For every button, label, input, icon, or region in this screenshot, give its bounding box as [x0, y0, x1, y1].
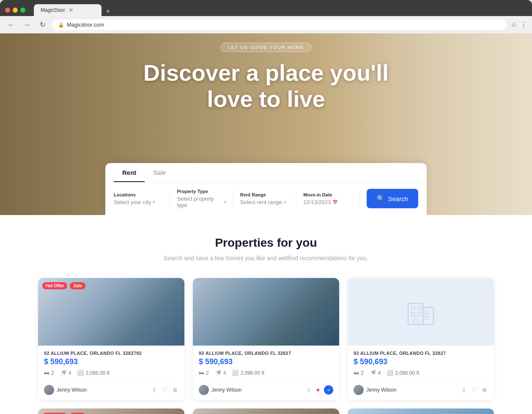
- property-type-label: Property Type: [177, 189, 226, 194]
- rent-range-value[interactable]: Select rent range ▾: [240, 199, 289, 205]
- property-image: Hot Offer Sale: [38, 278, 184, 346]
- property-address: 92 ALLIUM PLACE, ORLANDO FL 3282792: [44, 351, 178, 356]
- property-image-row2-3: [348, 409, 494, 414]
- movein-date-value[interactable]: 12/13/2023 📅: [303, 199, 352, 205]
- area-icon: ⬜: [232, 370, 239, 376]
- tab-rent[interactable]: Rent: [114, 163, 145, 182]
- sale-badge: Sale: [70, 282, 85, 289]
- tab-sale[interactable]: Sale: [145, 163, 174, 182]
- location-placeholder-text: Select your city: [114, 199, 151, 205]
- property-grid: Hot Offer Sale 92 ALLIUM PLACE, ORLANDO …: [38, 278, 494, 400]
- building-icon: [404, 295, 438, 329]
- location-label: Locations: [114, 192, 163, 197]
- share-button[interactable]: ⇧: [305, 386, 312, 394]
- card-actions: ⇧ ♥ ✓: [305, 385, 333, 395]
- section-title: Properties for you: [38, 236, 494, 250]
- agent-name: Jenny Wilson: [211, 387, 241, 393]
- forward-button[interactable]: →: [21, 20, 33, 30]
- property-image-row2-1: Hot Offer Sale: [38, 409, 184, 414]
- search-panel: Rent Sale Locations Select your city ▾ P…: [105, 163, 427, 215]
- section-subtitle: Search and save a few homes you like and…: [38, 254, 494, 263]
- svg-rect-1: [423, 308, 433, 324]
- rent-range-placeholder-text: Select rent range: [240, 199, 282, 205]
- toolbar-right: ☆ ⋮: [511, 21, 527, 29]
- property-info: 92 ALLIUM PLACE, ORLANDO FL 32827 $ 590,…: [348, 346, 494, 400]
- property-card: Hot Offer Sale 92 ALLIUM PLACE, ORLANDO …: [38, 278, 184, 400]
- minimize-window-button[interactable]: [13, 8, 18, 13]
- property-badges: Hot Offer Sale: [42, 282, 85, 289]
- area-icon: ⬜: [77, 370, 84, 376]
- agent-info: Jenny Wilson: [44, 385, 87, 395]
- property-image-placeholder: [348, 278, 494, 346]
- check-button[interactable]: ✓: [324, 385, 333, 395]
- hero-title: Discover a place you'll love to live: [143, 60, 389, 112]
- hero-title-line1: Discover a place you'll: [143, 60, 389, 85]
- location-field[interactable]: Locations Select your city ▾: [114, 192, 170, 205]
- browser-titlebar: MagicDoor ✕ +: [0, 0, 532, 16]
- maximize-window-button[interactable]: [20, 8, 25, 13]
- menu-icon[interactable]: ⋮: [520, 21, 527, 29]
- property-info: 92 ALLIUM PLACE, ORLANDO FL 3282792 $ 59…: [38, 346, 184, 400]
- agent-avatar: [354, 385, 364, 395]
- property-price: $ 590,693: [199, 357, 333, 366]
- property-card-partial: [348, 409, 494, 414]
- property-type-value[interactable]: Select property type ▾: [177, 196, 226, 208]
- back-button[interactable]: ←: [5, 20, 17, 30]
- property-price: $ 590,693: [354, 357, 488, 366]
- property-address: 92 ALLIUM PLACE, ORLANDO FL 32827: [354, 351, 488, 356]
- address-bar[interactable]: 🔒 Magicdoor.com: [52, 19, 507, 30]
- search-button[interactable]: 🔍 Search: [367, 189, 419, 208]
- property-type-field[interactable]: Property Type Select property type ▾: [170, 189, 233, 208]
- url-text: Magicdoor.com: [67, 22, 104, 28]
- bookmark-icon[interactable]: ☆: [511, 21, 517, 29]
- svg-rect-6: [425, 311, 428, 314]
- bath-icon: 🚿: [370, 370, 376, 376]
- search-fields: Locations Select your city ▾ Property Ty…: [105, 182, 427, 215]
- property-address: 92 ALLIUM PLACE, ORLANDO FL 32827: [199, 351, 333, 356]
- svg-rect-8: [414, 319, 418, 324]
- bed-count: 🛏 2: [354, 370, 364, 376]
- browser-window: MagicDoor ✕ + ← → ↻ 🔒 Magicdoor.com ☆ ⋮ …: [0, 0, 532, 414]
- movein-date-field[interactable]: Move-in Date 12/13/2023 📅: [296, 192, 359, 205]
- location-value[interactable]: Select your city ▾: [114, 199, 163, 205]
- new-tab-button[interactable]: +: [102, 7, 114, 16]
- svg-rect-3: [417, 307, 421, 310]
- agent-avatar: [199, 385, 209, 395]
- svg-rect-5: [417, 313, 421, 316]
- bath-icon: 🚿: [60, 370, 67, 376]
- bath-count: 🚿 4: [215, 370, 226, 376]
- bed-icon: 🛏: [354, 370, 359, 376]
- browser-tab-active[interactable]: MagicDoor ✕: [34, 4, 101, 16]
- add-button[interactable]: ⊕: [172, 386, 178, 394]
- property-footer: Jenny Wilson ⇧ ♡ ⊕: [354, 381, 488, 395]
- agent-info: Jenny Wilson: [354, 385, 396, 395]
- favorite-button[interactable]: ♡: [161, 386, 168, 394]
- traffic-lights: [5, 8, 25, 13]
- property-price: $ 590,693: [44, 357, 178, 366]
- property-card-partial: [193, 409, 339, 414]
- share-button[interactable]: ⇧: [461, 386, 467, 394]
- tab-close-button[interactable]: ✕: [69, 7, 74, 14]
- add-button[interactable]: ⊕: [481, 386, 488, 394]
- search-tabs: Rent Sale: [105, 163, 427, 182]
- area-size: ⬜ 2,096.00 ft: [387, 370, 419, 376]
- location-chevron-icon: ▾: [153, 200, 155, 204]
- favorite-button[interactable]: ♡: [471, 386, 478, 394]
- agent-avatar: [44, 385, 54, 395]
- share-button[interactable]: ⇧: [151, 386, 158, 394]
- hot-offer-badge: Hot Offer: [42, 282, 67, 289]
- close-window-button[interactable]: [5, 8, 10, 13]
- property-meta: 🛏 2 🚿 4 ⬜ 2,096.00 ft: [354, 370, 488, 376]
- bed-count: 🛏 2: [44, 370, 54, 376]
- agent-name: Jenny Wilson: [366, 387, 396, 393]
- search-button-label: Search: [388, 195, 409, 202]
- rent-range-field[interactable]: Rent Range Select rent range ▾: [233, 192, 296, 205]
- card-actions: ⇧ ♡ ⊕: [151, 386, 178, 394]
- refresh-button[interactable]: ↻: [37, 20, 48, 30]
- bed-count: 🛏 2: [199, 370, 209, 376]
- hero-section: LET US GUIDE YOUR HOME Discover a place …: [0, 33, 532, 215]
- bath-count: 🚿 4: [370, 370, 381, 376]
- calendar-icon: 📅: [332, 200, 337, 204]
- favorite-button-filled[interactable]: ♥: [315, 386, 321, 394]
- svg-rect-2: [411, 307, 415, 310]
